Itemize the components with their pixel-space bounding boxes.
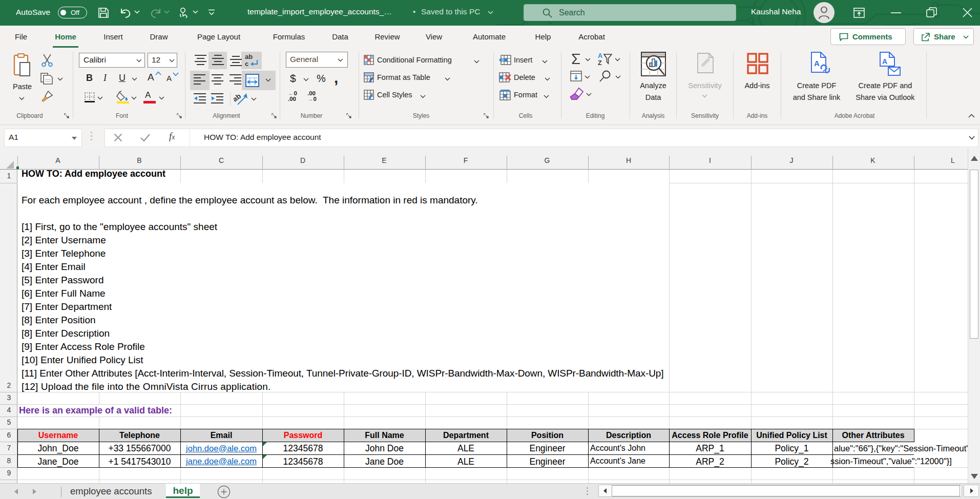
svg-text:A: A — [598, 52, 602, 59]
svg-text:c: c — [245, 60, 248, 68]
svg-text:A: A — [814, 59, 820, 68]
svg-text:ab: ab — [245, 53, 253, 60]
svg-text:Z: Z — [598, 59, 602, 66]
svg-text:A: A — [882, 57, 887, 66]
